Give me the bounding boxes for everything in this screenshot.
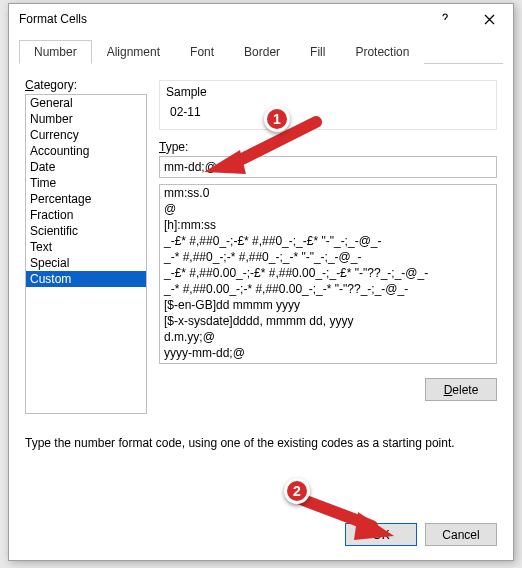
tab-font[interactable]: Font xyxy=(175,40,229,64)
sample-group: Sample 02-11 xyxy=(159,80,497,130)
tab-alignment[interactable]: Alignment xyxy=(92,40,175,64)
format-item[interactable]: _-£* #,##0.00_-;-£* #,##0.00_-;_-£* "-"?… xyxy=(160,265,496,281)
category-item[interactable]: Date xyxy=(26,159,146,175)
ok-button[interactable]: OK xyxy=(345,523,417,546)
format-item[interactable]: _-£* #,##0_-;-£* #,##0_-;_-£* "-"_-;_-@_… xyxy=(160,233,496,249)
format-item[interactable]: _-* #,##0.00_-;-* #,##0.00_-;_-* "-"??_-… xyxy=(160,281,496,297)
format-item[interactable]: yyyy-mm-dd;@ xyxy=(160,345,496,361)
sample-label: Sample xyxy=(166,85,490,99)
category-label: Category: xyxy=(25,78,77,92)
format-item[interactable]: mm:ss.0 xyxy=(160,185,496,201)
type-input[interactable] xyxy=(159,156,497,178)
tab-border[interactable]: Border xyxy=(229,40,295,64)
dialog-title: Format Cells xyxy=(19,12,423,26)
category-item[interactable]: Accounting xyxy=(26,143,146,159)
category-item[interactable]: Scientific xyxy=(26,223,146,239)
category-item[interactable]: Special xyxy=(26,255,146,271)
titlebar: Format Cells xyxy=(9,4,513,34)
tab-protection[interactable]: Protection xyxy=(340,40,424,64)
format-item[interactable]: @ xyxy=(160,201,496,217)
annotation-badge-1: 1 xyxy=(264,106,290,132)
format-code-listbox[interactable]: mm:ss.0 @ [h]:mm:ss _-£* #,##0_-;-£* #,#… xyxy=(159,184,497,364)
category-item-selected[interactable]: Custom xyxy=(26,271,146,287)
help-button[interactable] xyxy=(423,5,467,33)
close-button[interactable] xyxy=(467,5,511,33)
category-listbox[interactable]: General Number Currency Accounting Date … xyxy=(25,94,147,414)
category-item[interactable]: Currency xyxy=(26,127,146,143)
tab-number[interactable]: Number xyxy=(19,40,92,64)
category-item[interactable]: Percentage xyxy=(26,191,146,207)
format-item[interactable]: [$-x-sysdate]dddd, mmmm dd, yyyy xyxy=(160,313,496,329)
number-pane: Category: General Number Currency Accoun… xyxy=(9,64,513,424)
right-column: Sample 02-11 Type: mm:ss.0 @ [h]:mm:ss _… xyxy=(159,78,497,414)
delete-button[interactable]: Delete xyxy=(425,378,497,401)
format-item[interactable]: _-* #,##0_-;-* #,##0_-;_-* "-"_-;_-@_- xyxy=(160,249,496,265)
category-item[interactable]: Text xyxy=(26,239,146,255)
type-label: Type: xyxy=(159,140,497,154)
dialog-footer: OK Cancel xyxy=(345,523,497,546)
format-item[interactable]: [$-en-GB]dd mmmm yyyy xyxy=(160,297,496,313)
sample-value: 02-11 xyxy=(166,103,490,121)
category-item[interactable]: General xyxy=(26,95,146,111)
cancel-button[interactable]: Cancel xyxy=(425,523,497,546)
hint-text: Type the number format code, using one o… xyxy=(25,436,497,450)
category-item[interactable]: Fraction xyxy=(26,207,146,223)
annotation-badge-2: 2 xyxy=(284,478,310,504)
tab-strip: Number Alignment Font Border Fill Protec… xyxy=(19,40,503,64)
category-column: Category: General Number Currency Accoun… xyxy=(25,78,147,414)
tab-fill[interactable]: Fill xyxy=(295,40,340,64)
category-item[interactable]: Time xyxy=(26,175,146,191)
format-cells-dialog: Format Cells Number Alignment Font Borde… xyxy=(8,3,514,561)
format-item[interactable]: d.m.yy;@ xyxy=(160,329,496,345)
category-item[interactable]: Number xyxy=(26,111,146,127)
format-item[interactable]: [h]:mm:ss xyxy=(160,217,496,233)
